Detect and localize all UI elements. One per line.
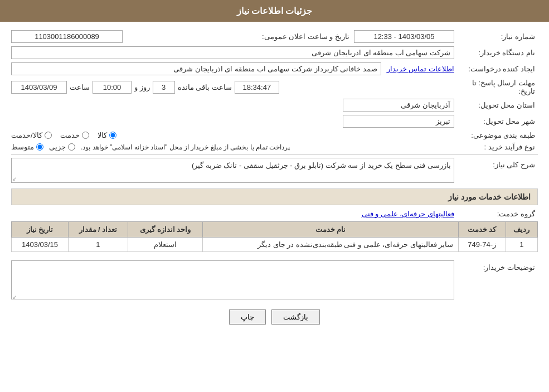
radio-kala-label: کالا: [98, 131, 107, 139]
radio-motavaset-input[interactable]: [36, 143, 43, 151]
mohlat-remain: 18:34:47: [235, 81, 279, 94]
buyer-notes-textarea[interactable]: [11, 260, 454, 299]
noefrayand-content: متوسط جزیی پرداخت تمام یا بخشی از مبلغ خ…: [11, 143, 454, 151]
row-noefrayand: نوع فرآیند خرید : متوسط جزیی پرداخت تمام…: [11, 143, 538, 151]
mohlat-time: 10:00: [93, 81, 132, 94]
row-tabagheh: طبقه بندی موضوعی: کالا/خدمت خدمت کالا: [11, 131, 538, 139]
service-section-header: اطلاعات خدمات مورد نیاز: [11, 188, 538, 205]
shahr-content: تبریز: [11, 115, 454, 128]
col-date: تاریخ نیاز: [12, 222, 69, 238]
cell-name: سایر فعالیتهای حرفه‌ای، علمی و فنی طبقه‌…: [203, 238, 458, 252]
col-unit: واحد اندازه گیری: [128, 222, 203, 238]
ostan-value: آذربایجان شرقی: [343, 99, 454, 112]
row-mohlat: مهلت ارسال پاسخ: تا تاریخ: 1403/03/09 سا…: [11, 79, 538, 95]
print-button[interactable]: چاپ: [229, 309, 266, 325]
row-grooh: گروه خدمت: فعالیتهای حرفه‌ای، علمی و فنی: [11, 210, 538, 218]
row-ostan: استان محل تحویل: آذربایجان شرقی: [11, 99, 538, 112]
ijad-content: صمد خافانی کاربرداز شرکت سهامی اب منطقه …: [11, 62, 454, 75]
mohlat-time-label: ساعت: [70, 83, 90, 91]
service-table: ردیف کد خدمت نام خدمت واحد اندازه گیری ت…: [11, 221, 538, 252]
row-nam-dastgah: نام دستگاه خریدار: شرکت سهامی اب منطقه ا…: [11, 46, 538, 59]
cell-count: 1: [69, 238, 128, 252]
col-code: کد خدمت: [458, 222, 506, 238]
divider-1: [11, 154, 538, 155]
buyer-notes-label: توضیحات خریدار:: [454, 260, 538, 272]
tarikh-label: تاریخ و ساعت اعلان عمومی:: [262, 32, 349, 41]
shomara-content: 1103001186000089 تاریخ و ساعت اعلان عموم…: [11, 30, 454, 43]
cell-row: 1: [506, 238, 537, 252]
resize-icon: ↙: [12, 176, 17, 182]
radio-kala-input[interactable]: [109, 132, 116, 139]
sharh-value: بازرسی فنی سطح یک خرید از سه شرکت (تابلو…: [11, 158, 454, 183]
row-buyer-notes: توضیحات خریدار: ↙: [11, 260, 538, 301]
cell-code: ز-74-749: [458, 238, 506, 252]
nam-dastgah-content: شرکت سهامی اب منطقه ای اذربایجان شرقی: [11, 46, 454, 59]
radio-khedmat-input[interactable]: [82, 132, 89, 139]
shomara-label: شماره نیاز:: [454, 32, 538, 41]
ijad-value: صمد خافانی کاربرداز شرکت سهامی اب منطقه …: [11, 62, 381, 75]
grooh-content: فعالیتهای حرفه‌ای، علمی و فنی: [11, 210, 454, 218]
radio-motavaset-label: متوسط: [11, 143, 34, 151]
sharh-content: بازرسی فنی سطح یک خرید از سه شرکت (تابلو…: [11, 158, 454, 183]
radio-kala-khedmat[interactable]: کالا/خدمت: [11, 131, 52, 139]
buyer-notes-content: ↙: [11, 260, 454, 301]
table-header-row: ردیف کد خدمت نام خدمت واحد اندازه گیری ت…: [12, 222, 538, 238]
mohlat-label: مهلت ارسال پاسخ: تا تاریخ:: [454, 79, 538, 95]
mohlat-days: 3: [153, 81, 175, 94]
nam-dastgah-value: شرکت سهامی اب منطقه ای اذربایجان شرقی: [11, 46, 454, 59]
cell-unit: استعلام: [128, 238, 203, 252]
radio-kala-khedmat-input[interactable]: [45, 132, 52, 139]
col-count: تعداد / مقدار: [69, 222, 128, 238]
col-row: ردیف: [506, 222, 537, 238]
sharh-label: شرح کلی نیاز:: [454, 158, 538, 169]
shahr-label: شهر محل تحویل:: [454, 117, 538, 125]
page-title: جزئیات اطلاعات نیاز: [237, 6, 313, 16]
row-sharh: شرح کلی نیاز: بازرسی فنی سطح یک خرید از …: [11, 158, 538, 183]
grooh-value[interactable]: فعالیتهای حرفه‌ای، علمی و فنی: [362, 210, 454, 218]
radio-jozi-label: جزیی: [49, 143, 66, 151]
row-shahr: شهر محل تحویل: تبریز: [11, 115, 538, 128]
page-wrapper: جزئیات اطلاعات نیاز شماره نیاز: 11030011…: [0, 0, 549, 392]
tabagheh-content: کالا/خدمت خدمت کالا: [11, 131, 454, 139]
back-button[interactable]: بازگشت: [271, 309, 320, 325]
table-row: 1 ز-74-749 سایر فعالیتهای حرفه‌ای، علمی …: [12, 238, 538, 252]
main-content: شماره نیاز: 1103001186000089 تاریخ و ساع…: [0, 22, 549, 344]
noefrayand-note: پرداخت تمام یا بخشی از مبلغ خریدار از مح…: [81, 143, 290, 151]
mohlat-date: 1403/03/09: [11, 81, 67, 94]
radio-jozi-input[interactable]: [68, 143, 75, 151]
shomara-value: 1103001186000089: [11, 30, 123, 43]
grooh-label: گروه خدمت:: [454, 210, 538, 218]
radio-motavaset[interactable]: متوسط: [11, 143, 43, 151]
radio-kala[interactable]: کالا: [98, 131, 116, 139]
mohlat-content: 1403/03/09 ساعت 10:00 روز و 3 ساعت باقی …: [11, 81, 454, 94]
ijad-link[interactable]: اطلاعات تماس خریدار: [387, 65, 454, 73]
nam-dastgah-label: نام دستگاه خریدار:: [454, 49, 538, 57]
shahr-value: تبریز: [343, 115, 454, 128]
ijad-label: ایجاد کننده درخواست:: [454, 65, 538, 73]
col-name: نام خدمت: [203, 222, 458, 238]
row-ijad: ایجاد کننده درخواست: صمد خافانی کاربرداز…: [11, 62, 538, 75]
tarikh-value: 1403/03/05 - 12:33: [354, 30, 454, 43]
radio-jozi[interactable]: جزیی: [49, 143, 75, 151]
mohlat-remain-label: ساعت باقی مانده: [178, 83, 232, 91]
radio-khedmat-label: خدمت: [60, 131, 80, 139]
ostan-content: آذربایجان شرقی: [11, 99, 454, 112]
radio-kala-khedmat-label: کالا/خدمت: [11, 131, 42, 139]
row-shomara: شماره نیاز: 1103001186000089 تاریخ و ساع…: [11, 30, 538, 43]
button-row: بازگشت چاپ: [11, 309, 538, 336]
cell-date: 1403/03/15: [12, 238, 69, 252]
ostan-label: استان محل تحویل:: [454, 101, 538, 109]
noefrayand-label: نوع فرآیند خرید :: [454, 143, 538, 151]
radio-khedmat[interactable]: خدمت: [60, 131, 89, 139]
tabagheh-label: طبقه بندی موضوعی:: [454, 131, 538, 139]
page-header: جزئیات اطلاعات نیاز: [0, 0, 549, 22]
mohlat-day-label: روز و: [134, 83, 150, 91]
textarea-resize-icon: ↙: [12, 294, 17, 300]
